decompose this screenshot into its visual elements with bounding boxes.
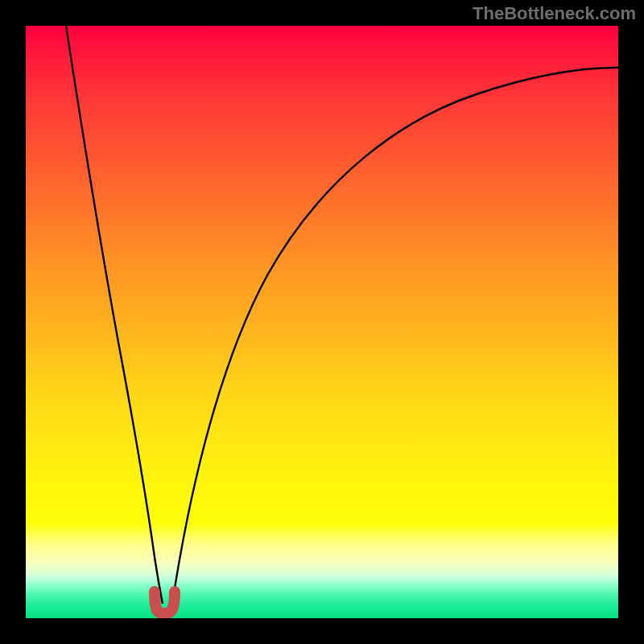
curve-layer — [26, 26, 618, 618]
attribution-text: TheBottleneck.com — [473, 3, 636, 24]
curve-right-branch — [172, 68, 618, 604]
curve-left-branch — [66, 26, 163, 604]
chart-frame: TheBottleneck.com — [0, 0, 644, 644]
marker-bottom — [155, 592, 175, 613]
plot-area — [26, 26, 618, 618]
